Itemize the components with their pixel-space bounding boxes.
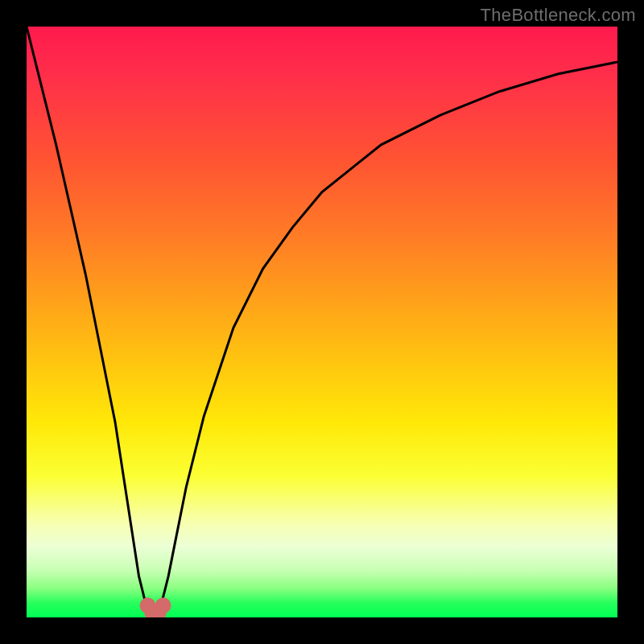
plot-area [27, 27, 617, 617]
bottleneck-curve [27, 27, 617, 612]
min-markers [140, 597, 171, 617]
curve-layer [27, 27, 617, 617]
chart-frame: TheBottleneck.com [0, 0, 644, 644]
watermark-text: TheBottleneck.com [481, 5, 636, 26]
min-region-right-marker [155, 597, 171, 613]
